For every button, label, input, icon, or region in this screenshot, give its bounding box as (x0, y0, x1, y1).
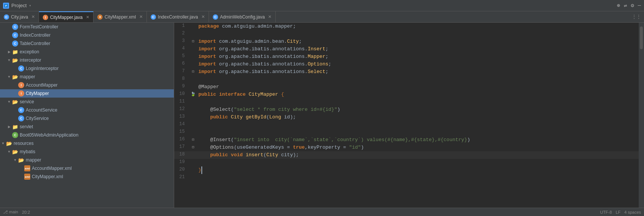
sidebar-item-logininterceptor[interactable]: C LoginInterceptor (0, 64, 174, 73)
code-content: 1 package com.atguigu.admin.mapper; 2 3 … (174, 23, 639, 182)
file-icon-citymapper-xml: xml (24, 174, 30, 180)
sidebar-item-accountservice[interactable]: C AccountService (0, 106, 174, 114)
sidebar-item-mapper[interactable]: 📂 mapper (0, 73, 174, 81)
code-line-3: 3 ⊟ import com.atguigu.admin.bean.City; (174, 38, 639, 45)
fold-icon-17[interactable]: ⊟ (192, 145, 194, 149)
folder-icon-mapper: 📂 (12, 74, 18, 79)
file-icon-logininterceptor: C (18, 65, 24, 71)
sidebar-item-cityservice[interactable]: C CityService (0, 114, 174, 123)
run-icon-10[interactable]: 🍃 (190, 92, 196, 96)
code-line-8: 8 (174, 76, 639, 83)
tab-close-indexcontroller[interactable]: ✕ (201, 14, 205, 19)
sidebar-label-citymapper: CityMapper (26, 91, 49, 96)
file-icon-citymapper: I (18, 90, 24, 96)
code-line-4: 4 import org.apache.ibatis.annotations.I… (174, 45, 639, 53)
fold-icon-3[interactable]: ⊟ (192, 39, 194, 44)
sidebar-label-mapper: mapper (20, 74, 35, 79)
tab-close-city[interactable]: ✕ (31, 14, 35, 19)
sidebar-label-formtestcontroller: FormTestController (20, 24, 58, 30)
sidebar-item-exception[interactable]: 📁 exception (0, 48, 174, 56)
code-line-10: 10 🍃 public interface CityMapper { (174, 91, 639, 98)
arrow-mapper[interactable] (6, 74, 12, 80)
arrow-service[interactable] (6, 99, 12, 105)
fold-icon-7[interactable]: ⊟ (192, 70, 194, 74)
tab-indexcontroller[interactable]: C IndexController.java ✕ (147, 11, 209, 22)
leaf-spacer (12, 90, 18, 96)
file-icon-accountservice: C (18, 107, 24, 113)
tab-citymapper-xml[interactable]: X CityMapper.xml ✕ (94, 11, 147, 22)
settings-icon[interactable]: ⚙ (631, 2, 634, 9)
sidebar-item-resources[interactable]: 📂 resources (0, 139, 174, 148)
sidebar-item-accountmapper[interactable]: I AccountMapper (0, 81, 174, 89)
tab-close-adminwebconfig[interactable]: ✕ (268, 14, 271, 19)
file-icon-c: C (12, 32, 18, 38)
tab-icon-adminwebconfig: C (213, 14, 218, 20)
code-line-11: 11 (174, 98, 639, 106)
arrow-resources[interactable] (0, 140, 6, 146)
sidebar-item-citymapper-xml[interactable]: xml CityMapper.xml (0, 172, 174, 181)
sidebar-item-interceptor[interactable]: 📂 interceptor (0, 56, 174, 64)
status-bar: ⎇ main 20:2 UTF-8 LF 4 spaces (0, 208, 644, 216)
sidebar-item-tablecontroller[interactable]: C TableController (0, 39, 174, 48)
file-icon-accountmapper-xml: xml (24, 165, 30, 171)
status-linesep: LF (616, 210, 621, 214)
sidebar-label-exception: exception (20, 49, 39, 54)
code-editor[interactable]: 1 package com.atguigu.admin.mapper; 2 3 … (174, 23, 639, 208)
project-section: P Project ▾ (3, 3, 64, 9)
arrow-mapper-res[interactable] (12, 157, 18, 163)
tab-icon-citymapper: I (43, 15, 48, 20)
sidebar-item-service[interactable]: 📂 service (0, 98, 174, 106)
fold-icon-16[interactable]: ⊟ (192, 138, 194, 142)
editor-scrollbar[interactable] (639, 23, 644, 208)
sidebar-item-mapper-res[interactable]: 📂 mapper (0, 156, 174, 164)
sidebar-label-logininterceptor: LoginInterceptor (26, 66, 59, 71)
arrow-interceptor[interactable] (6, 57, 12, 63)
sidebar-project-tree[interactable]: C FormTestController C IndexController C… (0, 23, 174, 208)
tab-adminwebconfig[interactable]: C AdminWebConfig.java ✕ (209, 11, 276, 22)
sidebar-item-mybatis[interactable]: 📂 mybatis (0, 148, 174, 156)
leaf-spacer (6, 24, 12, 30)
tab-icon-city: C (4, 14, 9, 20)
arrow-mybatis[interactable] (6, 149, 12, 155)
sidebar-item-formtestcontroller[interactable]: C FormTestController (0, 23, 174, 31)
sidebar-item-indexcontroller[interactable]: C IndexController (0, 31, 174, 39)
tabs-overflow[interactable]: ⋮⋮ (629, 14, 644, 20)
code-line-6: 6 import org.apache.ibatis.annotations.O… (174, 61, 639, 68)
leaf-spacer (12, 82, 18, 88)
tabs-bar: C City.java ✕ I CityMapper.java ✕ X City… (0, 11, 644, 23)
tab-citymapper-java[interactable]: I CityMapper.java ✕ (39, 11, 94, 22)
code-line-12: 12 @Select("select * from city where id=… (174, 106, 639, 113)
leaf-spacer (6, 132, 12, 138)
sidebar-label-accountmapper-xml: AccountMapper.xml (32, 166, 72, 171)
minimize-icon[interactable]: ─ (638, 3, 641, 9)
tab-close-xml[interactable]: ✕ (139, 14, 143, 19)
tab-city-java[interactable]: C City.java ✕ (0, 11, 39, 22)
project-icon: P (3, 3, 9, 9)
status-encoding: UTF-8 (600, 210, 612, 214)
tab-close-citymapper[interactable]: ✕ (86, 15, 89, 20)
arrow-exception[interactable] (6, 49, 12, 55)
code-line-16: 16 ⊟ @Insert("insert into city(`name`,`s… (174, 136, 639, 144)
sidebar-item-accountmapper-xml[interactable]: xml AccountMapper.xml (0, 164, 174, 172)
leaf-spacer (12, 115, 18, 121)
add-icon[interactable]: ⊕ (617, 2, 620, 9)
title-bar: P Project ▾ ⊕ ⇌ ⚙ ─ (0, 0, 644, 11)
sidebar-item-servlet[interactable]: 📁 servlet (0, 123, 174, 131)
main-content: C FormTestController C IndexController C… (0, 23, 644, 208)
sidebar-label-resources: resources (14, 141, 34, 146)
project-label[interactable]: Project (11, 3, 27, 8)
code-line-15: 15 (174, 129, 639, 136)
leaf-spacer (6, 32, 12, 38)
file-icon-c: C (12, 40, 18, 47)
arrow-servlet[interactable] (6, 124, 12, 130)
status-right: UTF-8 LF 4 spaces (600, 210, 641, 214)
code-line-14: 14 (174, 121, 639, 129)
sidebar-label-interceptor: interceptor (20, 57, 41, 63)
project-chevron-icon[interactable]: ▾ (29, 3, 31, 8)
code-line-18: 18 public void insert(City city); (174, 151, 639, 159)
sync-icon[interactable]: ⇌ (624, 2, 627, 9)
folder-icon-service: 📂 (12, 99, 18, 104)
sidebar-label-accountservice: AccountService (26, 107, 57, 113)
sidebar-item-citymapper[interactable]: I CityMapper (0, 89, 174, 98)
sidebar-item-boot05webapp[interactable]: C Boot05WebAdminApplication (0, 131, 174, 139)
